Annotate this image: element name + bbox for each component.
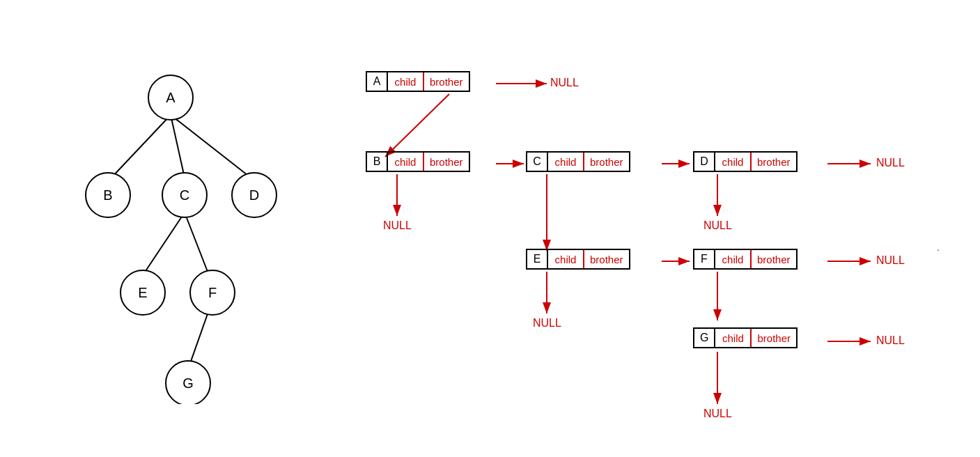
linked-list-diagram: A child brother NULL B child brother C c… xyxy=(341,14,968,446)
tree-label-E: E xyxy=(138,285,147,300)
node-label-D: D xyxy=(694,153,715,171)
tree-diagram: A B C D E F G xyxy=(42,42,306,404)
tree-label-D: D xyxy=(249,187,259,203)
node-box-C: C child brother xyxy=(526,151,630,172)
null-b-child: NULL xyxy=(383,219,412,232)
main-container: A B C D E F G xyxy=(0,0,980,457)
node-box-A: A child brother xyxy=(366,71,470,92)
node-brother-E: brother xyxy=(584,250,629,268)
tree-label-F: F xyxy=(208,285,217,300)
node-child-F: child xyxy=(715,250,752,268)
node-child-G: child xyxy=(715,329,752,347)
node-label-B: B xyxy=(367,153,388,171)
svg-line-0 xyxy=(111,115,171,178)
null-d-child: NULL xyxy=(703,219,732,232)
node-brother-C: brother xyxy=(584,153,629,171)
svg-line-4 xyxy=(185,212,209,275)
node-box-F: F child brother xyxy=(693,249,798,270)
null-g-child: NULL xyxy=(703,408,732,420)
node-box-E: E child brother xyxy=(526,249,630,270)
node-label-E: E xyxy=(527,250,548,268)
decoration-dot: · xyxy=(937,244,940,255)
node-brother-A: brother xyxy=(424,72,469,91)
svg-line-3 xyxy=(143,212,185,275)
svg-line-5 xyxy=(188,310,209,369)
node-brother-G: brother xyxy=(752,329,796,347)
node-label-A: A xyxy=(367,72,388,91)
node-label-G: G xyxy=(694,329,715,347)
null-e-child: NULL xyxy=(533,317,561,330)
null-f-brother: NULL xyxy=(876,254,905,267)
tree-label-A: A xyxy=(166,90,176,105)
tree-label-C: C xyxy=(180,187,189,203)
null-g-brother: NULL xyxy=(876,334,905,347)
node-label-C: C xyxy=(527,153,548,171)
node-child-E: child xyxy=(548,250,584,268)
node-brother-D: brother xyxy=(752,153,796,171)
node-box-G: G child brother xyxy=(693,327,798,348)
null-d-brother: NULL xyxy=(876,157,905,169)
node-child-B: child xyxy=(388,153,424,171)
null-a-brother: NULL xyxy=(550,77,579,89)
node-child-A: child xyxy=(388,72,424,91)
node-brother-B: brother xyxy=(424,153,469,171)
node-label-F: F xyxy=(694,250,715,268)
node-child-C: child xyxy=(548,153,584,171)
svg-line-8 xyxy=(385,94,449,157)
tree-label-B: B xyxy=(103,187,112,203)
node-child-D: child xyxy=(715,153,752,171)
node-box-B: B child brother xyxy=(366,151,470,172)
node-brother-F: brother xyxy=(752,250,796,268)
node-box-D: D child brother xyxy=(693,151,798,172)
tree-label-G: G xyxy=(182,375,194,391)
